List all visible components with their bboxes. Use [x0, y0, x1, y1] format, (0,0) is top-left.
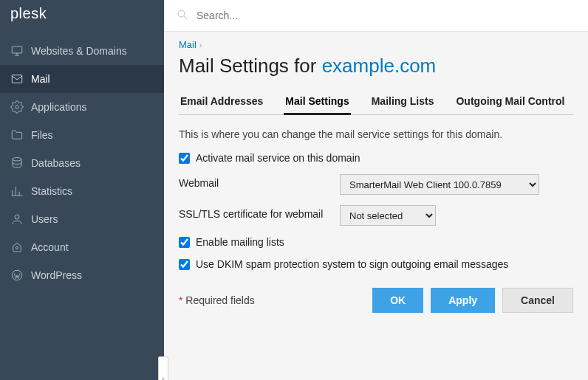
- database-icon: [10, 156, 24, 170]
- brand-logo: plesk: [0, 0, 164, 30]
- ok-button[interactable]: OK: [372, 288, 423, 313]
- svg-rect-0: [12, 46, 22, 53]
- tab-email-addresses[interactable]: Email Addresses: [179, 91, 264, 114]
- sidebar-item-label: Account: [31, 241, 69, 253]
- sidebar-item-label: Statistics: [31, 185, 72, 197]
- sidebar-collapse-handle[interactable]: ‹: [158, 356, 168, 380]
- main: ‹ Mail › Mail Settings for example.com E…: [164, 0, 588, 380]
- mailing-lists-label: Enable mailing lists: [196, 236, 284, 248]
- svg-point-13: [178, 10, 185, 17]
- sidebar-item-label: Applications: [31, 101, 87, 113]
- dkim-label: Use DKIM spam protection system to sign …: [196, 258, 508, 270]
- monitor-icon: [10, 44, 24, 58]
- sidebar-item-users[interactable]: Users: [0, 205, 164, 233]
- envelope-icon: [10, 72, 24, 86]
- tab-outgoing-mail-control[interactable]: Outgoing Mail Control: [454, 91, 566, 114]
- dkim-checkbox[interactable]: [179, 259, 190, 270]
- sidebar-item-label: Files: [31, 129, 53, 141]
- sidebar-item-databases[interactable]: Databases: [0, 149, 164, 177]
- sidebar-item-wordpress[interactable]: WordPress: [0, 261, 164, 289]
- tab-mailing-lists[interactable]: Mailing Lists: [370, 91, 436, 114]
- sidebar-item-label: Users: [31, 213, 58, 225]
- sidebar-item-label: Databases: [31, 157, 81, 169]
- chevron-right-icon: ›: [199, 41, 202, 49]
- svg-point-4: [16, 106, 19, 109]
- gear-icon: [10, 100, 24, 114]
- sidebar-item-account[interactable]: Account: [0, 233, 164, 261]
- svg-line-14: [184, 15, 187, 18]
- sidebar-item-applications[interactable]: Applications: [0, 93, 164, 121]
- sidebar: plesk Websites & Domains Mail Applicatio…: [0, 0, 164, 380]
- sidebar-item-files[interactable]: Files: [0, 121, 164, 149]
- brand-text: plesk: [10, 5, 47, 25]
- svg-point-10: [15, 215, 19, 219]
- svg-point-5: [13, 158, 21, 162]
- svg-point-11: [16, 246, 18, 249]
- account-icon: [10, 241, 24, 254]
- sidebar-item-label: WordPress: [31, 269, 82, 281]
- apply-button[interactable]: Apply: [431, 288, 495, 313]
- cancel-button[interactable]: Cancel: [502, 288, 573, 313]
- tab-mail-settings[interactable]: Mail Settings: [284, 91, 350, 114]
- search-icon: [176, 8, 189, 24]
- folder-icon: [10, 128, 24, 142]
- sidebar-item-label: Websites & Domains: [31, 45, 127, 57]
- webmail-label: Webmail: [179, 174, 340, 189]
- page-title-prefix: Mail Settings for: [179, 55, 322, 77]
- tabs: Email Addresses Mail Settings Mailing Li…: [179, 91, 573, 115]
- sidebar-item-websites-domains[interactable]: Websites & Domains: [0, 37, 164, 65]
- user-icon: [10, 213, 24, 226]
- page-title-domain: example.com: [322, 55, 437, 77]
- sidebar-nav: Websites & Domains Mail Applications Fil…: [0, 30, 164, 289]
- activate-mail-checkbox[interactable]: [179, 153, 190, 164]
- breadcrumb-mail[interactable]: Mail: [179, 39, 196, 50]
- description: This is where you can change the mail se…: [179, 128, 573, 140]
- svg-rect-3: [12, 75, 22, 83]
- sidebar-item-mail[interactable]: Mail: [0, 65, 164, 93]
- sidebar-item-statistics[interactable]: Statistics: [0, 177, 164, 205]
- webmail-select[interactable]: SmarterMail Web Client 100.0.7859: [340, 174, 539, 195]
- search-input[interactable]: [196, 10, 576, 21]
- searchbar: [164, 0, 588, 31]
- activate-mail-label: Activate mail service on this domain: [196, 152, 360, 164]
- page-title: Mail Settings for example.com: [179, 55, 573, 77]
- ssl-select[interactable]: Not selected: [340, 205, 436, 226]
- required-label: Required fields: [185, 294, 254, 306]
- required-star: *: [179, 294, 182, 306]
- content: ‹ Mail › Mail Settings for example.com E…: [164, 31, 588, 380]
- sidebar-item-label: Mail: [31, 73, 50, 85]
- chart-icon: [10, 184, 24, 198]
- breadcrumb: Mail ›: [179, 39, 573, 50]
- mailing-lists-checkbox[interactable]: [179, 237, 190, 248]
- wordpress-icon: [10, 269, 24, 282]
- ssl-label: SSL/TLS certificate for webmail: [179, 205, 340, 220]
- required-fields-note: * Required fields: [179, 294, 255, 306]
